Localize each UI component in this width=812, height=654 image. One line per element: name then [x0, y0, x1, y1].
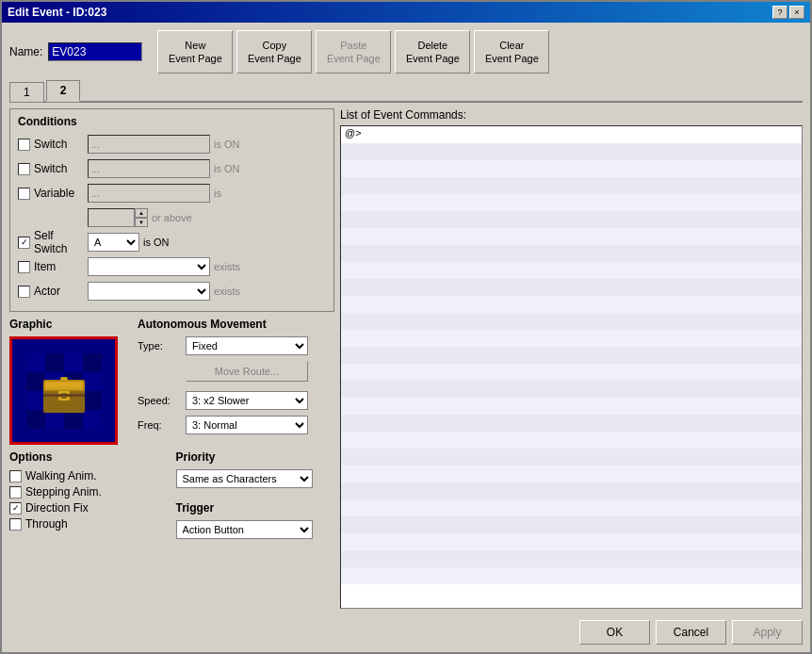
stepping-anim-checkbox[interactable]	[9, 486, 22, 499]
main-window: Edit Event - ID:023 ? × Name: NewEvent P…	[0, 0, 812, 654]
paste-event-page-button[interactable]: PasteEvent Page	[316, 30, 391, 74]
spin-wrapper: ▲ ▼	[88, 208, 148, 227]
autonomous-section: Autonomous Movement Type: Fixed Random A…	[138, 318, 334, 445]
svg-rect-15	[45, 387, 83, 390]
item-label: Item	[34, 260, 56, 273]
switch1-input[interactable]	[88, 135, 210, 154]
toolbar: NewEvent Page CopyEvent Page PasteEvent …	[157, 30, 549, 74]
options-title: Options	[9, 450, 169, 464]
sprite-graphic	[26, 353, 102, 429]
walking-anim-checkbox[interactable]	[9, 470, 22, 482]
spin-down-button[interactable]: ▼	[135, 218, 148, 227]
graphic-title: Graphic	[9, 318, 132, 331]
variable-input[interactable]	[88, 184, 210, 203]
tab-2[interactable]: 2	[46, 80, 81, 102]
command-row-13	[341, 330, 802, 347]
command-row-22	[341, 482, 802, 499]
command-list[interactable]: @>	[340, 125, 803, 609]
switch1-checkbox[interactable]	[18, 139, 30, 151]
graphic-box[interactable]	[9, 336, 118, 445]
svg-rect-14	[43, 394, 85, 397]
type-select[interactable]: Fixed Random Approach Custom	[186, 336, 308, 355]
svg-rect-1	[26, 353, 45, 372]
command-row-10	[341, 279, 802, 296]
speed-row: Speed: 1: x8 Slower 2: x4 Slower 3: x2 S…	[138, 391, 334, 410]
close-button[interactable]: ×	[789, 6, 804, 19]
switch2-check-label: Switch	[18, 162, 84, 175]
variable-row: Variable is	[18, 183, 326, 204]
command-row-16	[341, 381, 802, 398]
self-switch-select[interactable]: A B C D	[88, 233, 139, 252]
through-checkbox[interactable]	[9, 518, 22, 531]
self-switch-status: is ON	[143, 237, 170, 248]
self-switch-check-label: Self Switch	[18, 229, 84, 255]
self-switch-checkbox[interactable]	[18, 237, 30, 249]
item-checkbox[interactable]	[18, 261, 30, 273]
or-above-row: ▲ ▼ or above	[88, 207, 326, 228]
item-status: exists	[214, 261, 240, 272]
speed-select[interactable]: 1: x8 Slower 2: x4 Slower 3: x2 Slower 4…	[186, 391, 308, 410]
command-row-21	[341, 466, 802, 482]
item-select[interactable]	[88, 257, 210, 276]
trigger-title: Trigger	[176, 501, 335, 515]
name-input[interactable]	[48, 42, 142, 61]
command-row-24	[341, 516, 802, 533]
command-row-20	[341, 449, 802, 466]
item-check-label: Item	[18, 260, 84, 273]
command-row-25	[341, 533, 802, 550]
command-row-19	[341, 432, 802, 449]
left-panel: Conditions Switch is ON	[9, 108, 334, 609]
tab-1[interactable]: 1	[9, 82, 44, 102]
self-switch-label: Self Switch	[34, 229, 84, 255]
svg-rect-5	[26, 391, 45, 410]
direction-fix-label: Direction Fix	[25, 501, 89, 515]
options-priority-trigger: Options Walking Anim. Stepping Anim. Dir…	[9, 450, 334, 539]
command-row-2	[341, 143, 802, 160]
window-title: Edit Event - ID:023	[8, 6, 106, 19]
svg-rect-8	[83, 410, 102, 429]
variable-checkbox[interactable]	[18, 188, 30, 200]
walking-anim-row: Walking Anim.	[9, 469, 169, 482]
main-area: Conditions Switch is ON	[9, 108, 803, 609]
right-panel: List of Event Commands: @>	[340, 108, 803, 609]
stepping-anim-label: Stepping Anim.	[25, 485, 102, 499]
command-row-12	[341, 313, 802, 330]
self-switch-row: Self Switch A B C D is ON	[18, 232, 326, 253]
new-event-page-button[interactable]: NewEvent Page	[157, 30, 233, 74]
clear-event-page-button[interactable]: ClearEvent Page	[474, 30, 549, 74]
command-row-11	[341, 296, 802, 313]
apply-button[interactable]: Apply	[732, 620, 803, 645]
copy-event-page-button[interactable]: CopyEvent Page	[236, 30, 312, 74]
switch2-input[interactable]	[88, 159, 210, 178]
options-section: Options Walking Anim. Stepping Anim. Dir…	[9, 450, 169, 539]
delete-event-page-button[interactable]: DeleteEvent Page	[395, 30, 470, 74]
ok-button[interactable]: OK	[579, 620, 650, 645]
bottom-buttons: OK Cancel Apply	[9, 614, 803, 645]
switch2-checkbox[interactable]	[18, 163, 30, 175]
direction-fix-checkbox[interactable]	[9, 502, 22, 515]
graphic-section: Graphic	[9, 318, 132, 445]
cancel-button[interactable]: Cancel	[656, 620, 726, 645]
command-row-7	[341, 228, 802, 245]
trigger-select[interactable]: Action Button Player Touch Event Touch A…	[176, 520, 313, 539]
priority-select[interactable]: Below Characters Same as Characters Abov…	[176, 469, 313, 488]
switch1-check-label: Switch	[18, 138, 84, 151]
switch1-status: is ON	[214, 139, 240, 150]
spin-input[interactable]	[88, 208, 135, 227]
actor-select[interactable]	[88, 282, 210, 301]
switch2-label: Switch	[34, 162, 67, 175]
command-row-1: @>	[341, 126, 802, 143]
command-row-3	[341, 160, 802, 177]
freq-select[interactable]: 1: Lowest 2: Lower 3: Normal 4: Higher 5…	[186, 416, 308, 434]
help-button[interactable]: ?	[772, 6, 788, 19]
command-row-9	[341, 262, 802, 279]
variable-check-label: Variable	[18, 187, 84, 200]
type-row: Type: Fixed Random Approach Custom	[138, 336, 334, 355]
type-label: Type:	[138, 340, 180, 352]
command-row-18	[341, 415, 802, 432]
tabs-area: 1 2	[9, 79, 803, 103]
spin-up-button[interactable]: ▲	[135, 208, 148, 218]
actor-checkbox[interactable]	[18, 286, 30, 298]
move-route-button[interactable]: Move Route...	[186, 361, 308, 382]
priority-title: Priority	[176, 450, 335, 464]
